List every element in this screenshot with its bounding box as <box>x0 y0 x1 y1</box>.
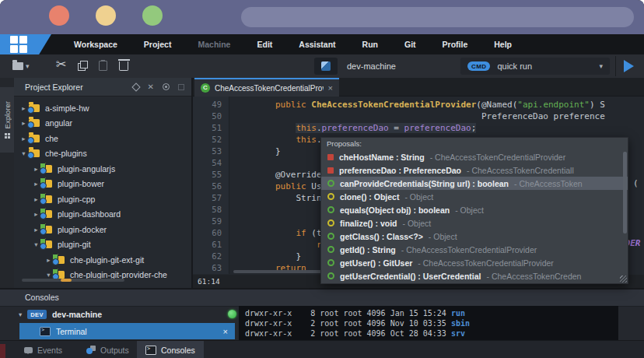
machine-name[interactable]: dev-machine <box>347 58 396 75</box>
code-token: ; <box>471 123 477 133</box>
machine-row-label: dev-machine <box>52 310 102 319</box>
terminal-icon <box>40 327 51 336</box>
bottom-tab-bar: EventsOutputsConsoles <box>0 340 644 358</box>
line-number: 63 <box>212 262 222 274</box>
tree-item-label: che-plugin-git-ext-git <box>70 255 144 265</box>
code-token: public <box>275 181 311 191</box>
terminal-output[interactable]: drwxr-xr-x 8 root root 4096 Jan 15 15:24… <box>239 306 618 341</box>
code-token: public <box>275 100 311 110</box>
proposal-preferencedao[interactable]: preferenceDao : PreferenceDao- CheAccess… <box>321 163 628 177</box>
delete-icon[interactable] <box>119 61 128 71</box>
chevron-down-icon[interactable]: ▾ <box>19 311 22 318</box>
tree-item-plugin-docker[interactable]: ▸plugin-docker <box>14 222 191 237</box>
explorer-vertical-tab[interactable]: Explorer <box>0 87 14 153</box>
accent-marker <box>0 344 5 358</box>
popup-resize-grip[interactable] <box>620 276 627 283</box>
tree-item-label: plugin-git <box>58 240 91 249</box>
method-icon <box>327 180 334 187</box>
tree-item-plugin-cpp[interactable]: ▸plugin-cpp <box>14 191 191 207</box>
window-close-button[interactable] <box>49 5 69 26</box>
tree-item-a-simple-hw[interactable]: ▸a-simple-hw <box>14 100 191 116</box>
tab-outputs[interactable]: Outputs <box>78 341 138 358</box>
new-project-button[interactable]: ▾ <box>9 58 44 75</box>
proposal-getclass[interactable]: getClass() : Class<?>- Object <box>321 230 628 243</box>
menu-run[interactable]: Run <box>349 40 391 49</box>
tree-item-label: plugin-cpp <box>58 195 95 204</box>
run-command-button[interactable] <box>624 60 634 72</box>
project-badge-icon <box>40 198 47 205</box>
code-token: CheAccessTokenCredentialProvider <box>311 100 476 110</box>
menu-profile[interactable]: Profile <box>429 40 481 49</box>
tree-item-plugin-git[interactable]: ▾plugin-git <box>14 237 191 253</box>
proposal-label: preferenceDao : PreferenceDao <box>339 166 461 175</box>
directory-name: srv <box>451 329 465 338</box>
proposal-canprovidecredentials[interactable]: canProvideCredentials(String url) : bool… <box>321 177 628 190</box>
tree-item-label: plugin-docker <box>58 225 107 234</box>
menu-assistant[interactable]: Assistant <box>285 40 348 49</box>
proposal-label: getUserCredential() : UserCredential <box>340 272 481 281</box>
machine-tree-row[interactable]: ▾ DEV dev-machine <box>14 307 102 322</box>
menu-help[interactable]: Help <box>481 40 525 49</box>
tree-item-angular[interactable]: ▸angular <box>14 116 191 132</box>
method-icon <box>327 206 334 213</box>
window-zoom-button[interactable] <box>142 5 163 26</box>
menu-workspace[interactable]: Workspace <box>61 40 131 49</box>
code-token: ( <box>476 100 481 110</box>
address-bar[interactable] <box>241 7 634 27</box>
refresh-icon[interactable] <box>163 83 170 90</box>
proposal-label: cheHostName : String <box>339 153 425 162</box>
proposal-getusercredential[interactable]: getUserCredential() : UserCredential- Ch… <box>321 269 628 283</box>
line-number: 58 <box>212 204 222 216</box>
tree-horizontal-scrollbar[interactable] <box>22 279 124 282</box>
cut-icon[interactable]: ✂ <box>56 57 66 72</box>
popup-scrollbar[interactable] <box>623 152 627 233</box>
tree-item-che-plugin-git-ext-git[interactable]: ▸che-plugin-git-ext-git <box>14 252 191 268</box>
command-selector[interactable]: CMD quick run ▾ <box>460 58 610 75</box>
copy-icon[interactable] <box>78 61 88 71</box>
line-number: 57 <box>212 192 222 204</box>
project-folder-icon <box>29 135 40 142</box>
machine-selector-button[interactable] <box>314 58 338 75</box>
proposal-finalize[interactable]: finalize() : void- Object <box>321 216 628 230</box>
go-into-icon[interactable] <box>131 82 140 91</box>
code-token <box>234 181 275 191</box>
proposal-chehostname[interactable]: cheHostName : String- CheAccessTokenCred… <box>321 150 628 163</box>
window-minimize-button[interactable] <box>96 5 116 26</box>
code-assist-popup: Proposals: cheHostName : String- CheAcce… <box>320 137 628 284</box>
menu-project[interactable]: Project <box>131 40 185 49</box>
line-number: 53 <box>212 146 222 157</box>
tree-item-plugin-dashboard[interactable]: ▸plugin-dashboard <box>14 207 191 223</box>
code-overflow-fragment-2: ( <box>633 178 639 188</box>
proposal-equals[interactable]: equals(Object obj) : boolean- Object <box>321 203 628 216</box>
terminal-tree-row-selected[interactable]: Terminal × <box>19 323 235 339</box>
machine-cube-icon <box>321 61 331 71</box>
cmd-badge: CMD <box>467 61 490 71</box>
project-badge-icon <box>27 152 34 159</box>
menu-machine[interactable]: Machine <box>184 40 243 49</box>
close-terminal-icon[interactable]: × <box>223 327 228 336</box>
minimize-panel-icon[interactable] <box>178 84 184 90</box>
tab-consoles[interactable]: Consoles <box>137 341 204 358</box>
menu-git[interactable]: Git <box>391 40 429 49</box>
code-token <box>234 123 296 133</box>
proposal-context: - CheAccessToken <box>514 179 583 188</box>
consoles-header: Consoles <box>0 290 644 307</box>
project-badge-icon <box>40 228 47 235</box>
tab-events[interactable]: Events <box>16 341 71 358</box>
editor-tabbar: C CheAccessTokenCredentialProvider × <box>193 78 644 97</box>
module-folder-icon <box>54 271 65 279</box>
chevron-down-icon[interactable]: ▾ <box>599 63 603 70</box>
tree-item-plugin-angularjs[interactable]: ▸plugin-angularjs <box>14 161 191 177</box>
close-tab-icon[interactable]: × <box>328 84 333 93</box>
proposal-clone[interactable]: clone() : Object- Object <box>321 190 628 203</box>
proposal-getuser[interactable]: getUser() : GitUser- CheAccessTokenCrede… <box>321 256 628 269</box>
line-number: 52 <box>212 134 222 146</box>
tree-item-plugin-bower[interactable]: ▸plugin-bower <box>14 177 191 192</box>
tree-item-che[interactable]: ▸che <box>14 131 191 146</box>
editor-tab-cheaccesstokencredentialprovider[interactable]: C CheAccessTokenCredentialProvider × <box>194 78 339 97</box>
tree-item-che-plugins[interactable]: ▾che-plugins <box>14 146 191 162</box>
menu-edit[interactable]: Edit <box>243 40 285 49</box>
project-badge-icon <box>27 121 34 128</box>
proposal-getid[interactable]: getId() : String- CheAccessTokenCredenti… <box>321 243 628 256</box>
collapse-all-icon[interactable]: ✕ <box>148 83 154 91</box>
